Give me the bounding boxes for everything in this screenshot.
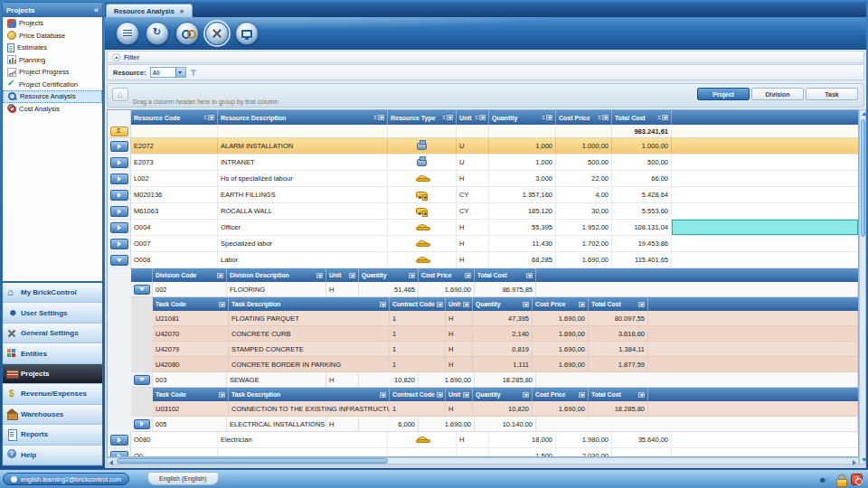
resource-row-o0[interactable]: O01,5002.030,00 [108, 448, 858, 457]
sidebar-item-projects[interactable]: Projects [3, 17, 102, 30]
filter-funnel-icon[interactable] [579, 392, 585, 398]
column-header-total-cost[interactable]: Total Cost [589, 297, 648, 311]
filter-funnel-icon[interactable] [638, 302, 645, 307]
filter-funnel-icon[interactable] [219, 392, 225, 398]
nav-item-general-settings[interactable]: General Settings [3, 324, 102, 343]
filter-funnel-icon[interactable] [316, 273, 323, 278]
filter-funnel-icon[interactable] [579, 302, 585, 307]
column-header-contract-code[interactable]: Contract Code [390, 388, 446, 401]
division-row-003[interactable]: 003SEWAGEH10,8201.690,0018.285,80 [131, 372, 858, 388]
division-row-002[interactable]: 002FLOORINGH51,4651.690,0086.975,85 [131, 282, 858, 297]
filter-funnel-icon[interactable] [349, 273, 355, 278]
task-row-u42080[interactable]: U42080CONCRETE BORDER IN PARKING1H1,1111… [153, 357, 858, 372]
filter-funnel-icon[interactable] [602, 115, 609, 120]
lock-icon[interactable] [836, 474, 845, 485]
summary-icon[interactable]: Σ [203, 115, 207, 120]
column-header-quantity[interactable]: QuantityΣ [489, 110, 556, 125]
task-row-u42070[interactable]: U42070CONCRETE CURB1H2,1401.690,003.616,… [153, 326, 858, 342]
filter-funnel-icon[interactable] [380, 392, 386, 398]
column-header-task-code[interactable]: Task Code [153, 297, 229, 311]
sidebar-item-estimates[interactable]: Estimates [3, 42, 102, 54]
link-button[interactable] [175, 22, 199, 45]
filter-funnel-icon[interactable] [463, 392, 469, 398]
view-tab-project[interactable]: Project [697, 88, 750, 100]
resource-row-m61063[interactable]: M61063ROCALLA WALLCY185,12030,005.553,60 [108, 203, 858, 220]
summary-icon[interactable]: Σ [598, 115, 601, 120]
filter-funnel-icon[interactable] [208, 115, 214, 120]
resource-row-o080[interactable]: O080ElectricianH18,0001.980,0035.640,00 [108, 432, 858, 448]
column-header-task-code[interactable]: Task Code [153, 388, 229, 401]
resource-row-o008[interactable]: O008LaborH68,2851.690,00115.401,65 [108, 252, 858, 268]
view-tab-task[interactable]: Task [806, 88, 858, 100]
summary-icon[interactable]: Σ [657, 115, 661, 120]
resource-row-e2072[interactable]: E2072ALARM INSTALLATIONU1,0001.000,001.0… [108, 138, 858, 155]
row-expander-button[interactable] [134, 285, 150, 295]
task-row-u21081[interactable]: U21081FLOATING PARQUET1H47,3951.690,0080… [153, 311, 858, 326]
column-header-cost-price[interactable]: Cost PriceΣ [556, 110, 612, 125]
filter-funnel-icon[interactable] [447, 115, 453, 120]
dropdown-arrow-icon[interactable] [175, 68, 185, 77]
column-header-division-code[interactable]: Division Code [153, 268, 227, 282]
filter-funnel-icon[interactable] [465, 273, 471, 278]
filter-funnel-icon[interactable] [546, 115, 552, 120]
nav-item-entities[interactable]: Entities [3, 343, 102, 363]
filter-funnel-icon[interactable] [380, 302, 386, 307]
scroll-right-icon[interactable] [853, 460, 856, 465]
division-row-005[interactable]: 005ELECTRICAL INSTALLATIONSH6,0001.690,0… [131, 417, 858, 432]
account-pill[interactable]: english.learning2@brickcontrol.com [3, 473, 129, 485]
resource-row-o007[interactable]: O007Specialized laborH11,4301.702,0019.4… [108, 236, 858, 252]
column-header-cost-price[interactable]: Cost Price [419, 268, 475, 282]
summary-icon[interactable]: Σ [442, 115, 446, 120]
horizontal-scrollbar[interactable] [107, 457, 859, 465]
column-header-total-cost[interactable]: Total Cost [475, 268, 536, 282]
row-expander-button[interactable] [110, 190, 128, 201]
nav-item-reports[interactable]: Reports [3, 425, 102, 445]
resource-row-e2073[interactable]: E2073INTRANETU1,000500,00500,00 [108, 155, 858, 171]
row-expander-button[interactable] [110, 174, 128, 184]
panel-collapse-icon[interactable]: « [94, 5, 99, 14]
nav-item-projects[interactable]: Projects [3, 364, 102, 384]
filter-funnel-icon[interactable] [463, 302, 469, 307]
nav-item-help[interactable]: Help [3, 446, 102, 465]
filter-panel-header[interactable]: Filter [107, 51, 864, 63]
column-header-cost-price[interactable]: Cost Price [533, 388, 589, 401]
nav-item-revenue-expenses[interactable]: Revenue/Expenses [3, 384, 102, 404]
column-header-total-cost[interactable]: Total CostΣ [612, 110, 672, 125]
tab-resource-analysis[interactable]: Resource Analysis × [106, 4, 193, 17]
filter-funnel-icon[interactable] [523, 302, 529, 307]
filter-funnel-icon[interactable] [479, 115, 486, 120]
row-expander-button[interactable] [110, 451, 128, 458]
row-expander-button[interactable] [134, 375, 150, 385]
list-button[interactable] [116, 22, 139, 45]
column-header-quantity[interactable]: Quantity [473, 388, 533, 401]
row-expander-button[interactable] [110, 255, 128, 266]
sidebar-item-price-database[interactable]: Price Database [3, 30, 102, 42]
tab-close-icon[interactable]: × [180, 7, 184, 15]
horizontal-scroll-thumb[interactable] [117, 458, 388, 464]
scroll-up-icon[interactable] [862, 112, 867, 116]
column-header-task-description[interactable]: Task Description [229, 297, 390, 311]
task-row-u42079[interactable]: U42079STAMPED CONCRETE1H0,8191.690,001.3… [153, 342, 858, 357]
logout-icon[interactable] [851, 474, 863, 485]
column-header-quantity[interactable]: Quantity [359, 268, 419, 282]
filter-funnel-icon[interactable] [523, 392, 529, 398]
resource-filter-icon[interactable] [190, 69, 198, 77]
summary-icon[interactable]: Σ [475, 115, 478, 120]
filter-funnel-icon[interactable] [662, 115, 668, 120]
column-header-unit[interactable]: Unit [446, 297, 473, 311]
screen-button[interactable] [235, 22, 259, 45]
task-row-u03102[interactable]: U03102CONNECTION TO THE EXISTING INFRAST… [153, 401, 858, 417]
nav-item-my-brickcontrol[interactable]: My BrickControl [3, 283, 102, 303]
refresh-button[interactable] [146, 22, 169, 45]
filter-funnel-icon[interactable] [437, 392, 443, 398]
nav-item-warehouses[interactable]: Warehouses [3, 405, 102, 425]
sidebar-item-project-progress[interactable]: Project Progress [3, 66, 102, 79]
column-header-unit[interactable]: Unit [326, 268, 359, 282]
sidebar-item-resource-analysis[interactable]: Resource Analysis [3, 90, 102, 103]
nav-item-user-settings[interactable]: User Settings [3, 303, 102, 323]
vertical-scrollbar[interactable] [859, 109, 866, 465]
column-header-task-description[interactable]: Task Description [229, 388, 390, 401]
column-header-unit[interactable]: UnitΣ [457, 110, 489, 125]
resource-select[interactable]: All [150, 67, 186, 78]
row-expander-button[interactable] [110, 141, 128, 152]
